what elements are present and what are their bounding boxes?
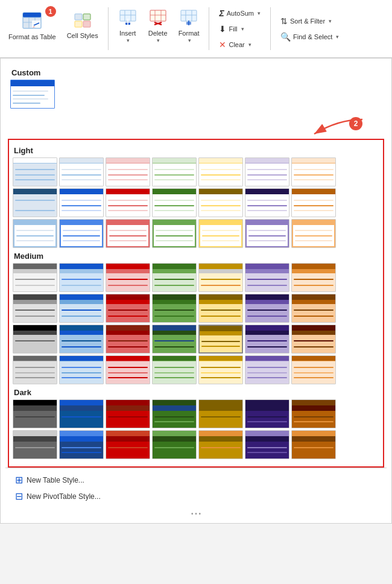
find-arrow: ▾ <box>336 34 339 40</box>
clear-arrow: ▾ <box>248 42 251 48</box>
medium-swatch-23[interactable] <box>59 355 104 384</box>
light-swatch-13[interactable] <box>245 188 289 217</box>
medium-swatch-2[interactable] <box>59 263 104 292</box>
cell-styles-button[interactable]: Cell Styles <box>63 2 102 51</box>
autosum-button[interactable]: Σ AutoSum ▾ <box>215 6 264 21</box>
svg-rect-9 <box>75 14 82 20</box>
medium-swatch-16[interactable] <box>59 325 104 354</box>
medium-swatch-7[interactable] <box>291 263 336 292</box>
sort-arrow: ▾ <box>329 18 332 24</box>
dark-swatch-3[interactable] <box>106 399 150 428</box>
light-swatch-14[interactable] <box>291 188 336 217</box>
medium-swatch-18[interactable] <box>152 325 197 354</box>
light-swatch-18[interactable] <box>152 219 197 248</box>
light-swatch-3[interactable] <box>106 157 150 186</box>
medium-swatch-15[interactable] <box>13 325 57 354</box>
fill-arrow: ▾ <box>241 26 244 32</box>
custom-swatch-1[interactable] <box>10 80 55 109</box>
medium-style-grid <box>13 263 379 384</box>
medium-swatch-14[interactable] <box>291 294 336 323</box>
light-swatch-7[interactable] <box>291 157 336 186</box>
medium-swatch-9[interactable] <box>59 294 104 323</box>
medium-swatch-12[interactable] <box>198 294 243 323</box>
insert-arrow: ▾ <box>127 37 130 43</box>
dark-swatch-12[interactable] <box>198 430 243 459</box>
cell-styles-icon <box>74 13 91 30</box>
dark-swatch-13[interactable] <box>245 430 289 459</box>
dark-swatch-6[interactable] <box>245 399 289 428</box>
light-swatch-2[interactable] <box>59 157 104 186</box>
medium-swatch-1[interactable] <box>13 263 57 292</box>
svg-rect-1 <box>23 13 41 17</box>
medium-swatch-21[interactable] <box>291 325 336 354</box>
light-swatch-9[interactable] <box>59 188 104 217</box>
light-swatch-4[interactable] <box>152 157 197 186</box>
light-swatch-6[interactable] <box>245 157 289 186</box>
svg-rect-20 <box>150 10 166 21</box>
light-swatch-19[interactable] <box>198 219 243 248</box>
find-select-button[interactable]: 🔍 Find & Select ▾ <box>277 30 343 44</box>
medium-swatch-5[interactable] <box>198 263 243 292</box>
dark-swatch-4[interactable] <box>152 399 197 428</box>
dark-swatch-10[interactable] <box>106 430 150 459</box>
medium-swatch-13[interactable] <box>245 294 289 323</box>
medium-swatch-6[interactable] <box>245 263 289 292</box>
medium-swatch-24[interactable] <box>106 355 150 384</box>
medium-swatch-8[interactable] <box>13 294 57 323</box>
dark-swatch-14[interactable] <box>291 430 336 459</box>
dark-section-label: Dark <box>14 388 379 397</box>
light-swatch-15[interactable] <box>13 219 57 248</box>
autosum-icon: Σ <box>219 8 224 18</box>
medium-swatch-25[interactable] <box>152 355 197 384</box>
dark-swatch-9[interactable] <box>59 430 104 459</box>
insert-button[interactable]: Insert ▾ <box>115 2 141 51</box>
fill-icon: ⬇ <box>219 24 226 34</box>
light-swatch-5[interactable] <box>198 157 243 186</box>
medium-swatch-20[interactable] <box>245 325 289 354</box>
medium-swatch-17[interactable] <box>106 325 150 354</box>
dark-swatch-1[interactable] <box>13 399 57 428</box>
cell-styles-label: Cell Styles <box>67 32 98 40</box>
light-swatch-8[interactable] <box>13 188 57 217</box>
separator-2 <box>209 7 209 50</box>
clear-button[interactable]: ✕ Clear ▾ <box>215 37 264 52</box>
light-swatch-21[interactable] <box>291 219 336 248</box>
dark-swatch-8[interactable] <box>13 430 57 459</box>
medium-swatch-3[interactable] <box>106 263 150 292</box>
delete-icon <box>150 10 166 28</box>
medium-swatch-28[interactable] <box>291 355 336 384</box>
medium-swatch-27[interactable] <box>245 355 289 384</box>
light-swatch-10[interactable] <box>106 188 150 217</box>
dots-indicator: • • • <box>5 508 387 518</box>
medium-swatch-22[interactable] <box>13 355 57 384</box>
dark-swatch-2[interactable] <box>59 399 104 428</box>
badge-1: 1 <box>45 6 56 17</box>
dark-swatch-11[interactable] <box>152 430 197 459</box>
new-pivot-style-label: New PivotTable Style... <box>27 492 101 501</box>
format-button[interactable]: Format ▾ <box>175 2 203 51</box>
clear-label: Clear <box>229 41 244 48</box>
sort-filter-button[interactable]: ⇅ Sort & Filter ▾ <box>277 14 343 28</box>
light-swatch-1[interactable] <box>13 157 57 186</box>
medium-swatch-11[interactable] <box>152 294 197 323</box>
light-swatch-11[interactable] <box>152 188 197 217</box>
medium-swatch-19[interactable] <box>198 325 243 354</box>
new-table-style-button[interactable]: ⊞ New Table Style... <box>11 472 381 488</box>
dark-swatch-7[interactable] <box>291 399 336 428</box>
format-as-table-button[interactable]: Format as Table 1 <box>5 2 60 51</box>
dark-swatch-5[interactable] <box>198 399 243 428</box>
new-pivot-style-button[interactable]: ⊟ New PivotTable Style... <box>11 488 381 504</box>
medium-swatch-26[interactable] <box>198 355 243 384</box>
light-swatch-17[interactable] <box>106 219 150 248</box>
format-arrow: ▾ <box>188 37 191 43</box>
right-toolbar-group: Σ AutoSum ▾ ⬇ Fill ▾ ✕ Clear ▾ <box>215 2 264 55</box>
light-swatch-12[interactable] <box>198 188 243 217</box>
fill-button[interactable]: ⬇ Fill ▾ <box>215 22 264 36</box>
light-swatch-16[interactable] <box>59 219 104 248</box>
medium-swatch-4[interactable] <box>152 263 197 292</box>
medium-swatch-10[interactable] <box>106 294 150 323</box>
format-table-dropdown: Custom 2 <box>0 58 392 524</box>
light-swatch-20[interactable] <box>245 219 289 248</box>
delete-button[interactable]: Delete ▾ <box>145 2 171 51</box>
autosum-label: AutoSum <box>227 10 254 17</box>
